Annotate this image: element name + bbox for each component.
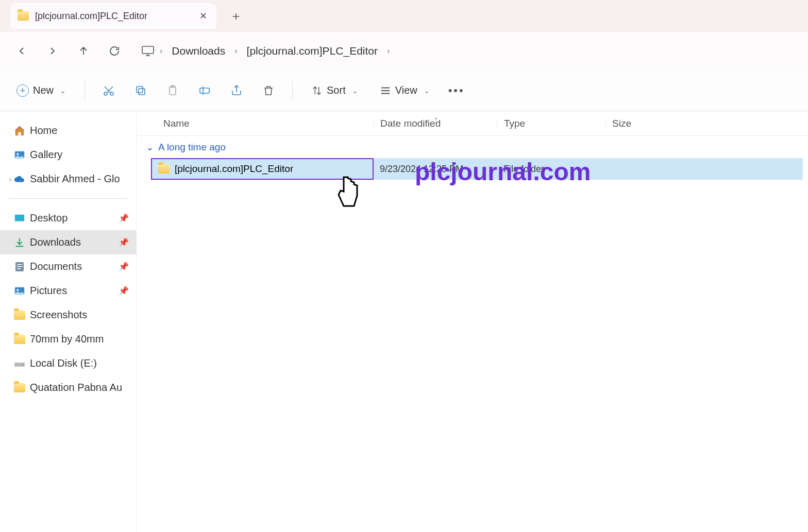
sidebar-item-70mm[interactable]: 70mm by 40mm: [0, 327, 136, 351]
svg-rect-4: [137, 87, 143, 93]
sidebar-label: Screenshots: [30, 309, 87, 321]
column-date[interactable]: ⌄ Date modified: [374, 118, 497, 129]
sidebar-item-onedrive[interactable]: › Sabbir Ahmed - Glo: [0, 167, 136, 191]
folder-icon: [13, 335, 26, 344]
gallery-icon: [13, 149, 26, 161]
view-button[interactable]: View ⌄: [374, 80, 436, 100]
chevron-right-icon[interactable]: ›: [9, 175, 12, 183]
svg-point-2: [110, 92, 113, 95]
chevron-right-icon[interactable]: ›: [160, 46, 162, 56]
copy-button[interactable]: [129, 79, 152, 102]
new-label: New: [33, 84, 54, 96]
up-button[interactable]: [72, 40, 95, 62]
new-button[interactable]: + New ⌄: [10, 80, 72, 101]
sidebar-item-quatation[interactable]: Quatation Pabna Au: [0, 375, 136, 400]
breadcrumb-downloads[interactable]: Downloads: [167, 43, 229, 59]
view-icon: [380, 85, 391, 96]
paste-button[interactable]: [161, 79, 184, 102]
pin-icon[interactable]: 📌: [119, 286, 129, 296]
tab-title: [plcjournal.com]PLC_Editor: [35, 11, 191, 22]
group-label: A long time ago: [158, 142, 226, 153]
sidebar-item-screenshots[interactable]: Screenshots: [0, 303, 136, 327]
share-button[interactable]: [225, 79, 248, 102]
delete-button[interactable]: [257, 79, 280, 102]
pin-icon[interactable]: 📌: [119, 262, 129, 271]
more-button[interactable]: •••: [445, 79, 468, 102]
chevron-down-icon: ⌄: [146, 141, 154, 153]
file-type: File folder: [497, 164, 605, 175]
column-name[interactable]: Name: [137, 118, 374, 129]
documents-icon: [13, 261, 26, 272]
svg-rect-14: [17, 268, 21, 269]
chevron-right-icon[interactable]: ›: [387, 46, 390, 56]
refresh-button[interactable]: [103, 40, 126, 62]
home-icon: [13, 125, 26, 136]
new-tab-button[interactable]: ＋: [227, 5, 245, 27]
tab-active[interactable]: [plcjournal.com]PLC_Editor ✕: [10, 3, 216, 29]
monitor-icon: [141, 45, 155, 57]
separator: [292, 81, 293, 100]
sort-label: Sort: [327, 84, 346, 96]
svg-rect-12: [17, 264, 22, 265]
folder-icon: [158, 164, 170, 174]
sidebar-item-desktop[interactable]: Desktop 📌: [0, 206, 136, 230]
svg-rect-13: [17, 266, 22, 267]
sidebar-label: 70mm by 40mm: [30, 333, 104, 345]
sidebar-label: Pictures: [30, 285, 67, 297]
desktop-icon: [13, 213, 26, 224]
tab-bar: [plcjournal.com]PLC_Editor ✕ ＋: [0, 0, 808, 32]
file-name-cell: [plcjournal.com]PLC_Editor: [151, 158, 374, 180]
sidebar: Home Gallery › Sabbir Ahmed - Glo Deskto…: [0, 111, 137, 532]
close-icon[interactable]: ✕: [197, 8, 209, 24]
sidebar-label: Desktop: [30, 212, 68, 224]
pictures-icon: [13, 285, 26, 297]
address-bar[interactable]: › Downloads › [plcjournal.com]PLC_Editor…: [134, 39, 798, 63]
rename-button[interactable]: [193, 79, 216, 102]
sidebar-label: Downloads: [30, 236, 81, 248]
sort-button[interactable]: Sort ⌄: [305, 80, 364, 100]
forward-button[interactable]: [41, 40, 64, 62]
sidebar-item-localdisk[interactable]: Local Disk (E:): [0, 351, 136, 375]
column-size[interactable]: Size: [605, 118, 808, 129]
sidebar-item-gallery[interactable]: Gallery: [0, 143, 136, 167]
back-button[interactable]: [10, 40, 33, 62]
breadcrumb-current[interactable]: [plcjournal.com]PLC_Editor: [243, 43, 382, 59]
column-type[interactable]: Type: [497, 118, 605, 129]
main: Home Gallery › Sabbir Ahmed - Glo Deskto…: [0, 111, 808, 532]
folder-icon: [18, 11, 29, 21]
plus-icon: +: [16, 84, 29, 97]
svg-point-18: [22, 364, 23, 365]
svg-rect-7: [200, 88, 209, 93]
content-area: Name ⌄ Date modified Type Size ⌄ A long …: [137, 111, 808, 532]
download-icon: [13, 237, 26, 248]
sidebar-item-downloads[interactable]: Downloads 📌: [0, 230, 136, 254]
sidebar-label: Local Disk (E:): [30, 357, 97, 369]
folder-icon: [13, 311, 26, 320]
cloud-icon: [13, 175, 26, 183]
group-header[interactable]: ⌄ A long time ago: [137, 136, 808, 158]
file-date: 9/23/2024 12:25 PM: [374, 164, 497, 175]
separator: [9, 198, 127, 199]
sidebar-item-pictures[interactable]: Pictures 📌: [0, 279, 136, 303]
file-name: [plcjournal.com]PLC_Editor: [175, 163, 293, 175]
chevron-down-icon: ⌄: [60, 87, 66, 95]
svg-rect-10: [15, 214, 24, 221]
sidebar-label: Gallery: [30, 149, 62, 161]
view-label: View: [395, 84, 417, 96]
folder-icon: [13, 383, 26, 392]
sort-icon: [311, 85, 323, 96]
sidebar-label: Documents: [30, 261, 82, 272]
drive-icon: [13, 359, 26, 368]
column-date-label: Date modified: [380, 118, 441, 129]
chevron-right-icon[interactable]: ›: [234, 46, 237, 56]
cut-button[interactable]: [97, 79, 120, 102]
sort-indicator-icon: ⌄: [433, 114, 439, 121]
file-row[interactable]: [plcjournal.com]PLC_Editor 9/23/2024 12:…: [151, 158, 803, 180]
column-headers: Name ⌄ Date modified Type Size: [137, 111, 808, 136]
chevron-down-icon: ⌄: [352, 87, 358, 95]
chevron-down-icon: ⌄: [424, 87, 430, 95]
pin-icon[interactable]: 📌: [119, 213, 129, 223]
sidebar-item-documents[interactable]: Documents 📌: [0, 254, 136, 279]
sidebar-item-home[interactable]: Home: [0, 118, 136, 143]
pin-icon[interactable]: 📌: [119, 237, 129, 247]
